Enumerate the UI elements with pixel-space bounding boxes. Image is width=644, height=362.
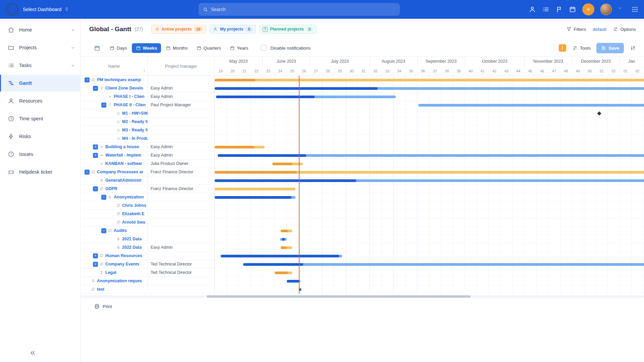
row-name[interactable]: Arnold Swa: [122, 220, 145, 225]
row-name-cell[interactable]: ∅test: [80, 285, 148, 294]
row-name[interactable]: 2022 Data: [122, 245, 142, 250]
filter-chip-blue[interactable]: My projects5: [210, 25, 256, 34]
gantt-bar[interactable]: [215, 79, 644, 81]
sidebar-item-home[interactable]: Home: [0, 21, 80, 38]
dashboard-selector[interactable]: Select Dashboard: [23, 6, 69, 13]
row-name[interactable]: Company Processes ar: [97, 170, 143, 174]
scrollbar-thumb[interactable]: [207, 295, 471, 298]
row-name[interactable]: Human Resources: [105, 253, 142, 258]
chevron-down-icon[interactable]: [618, 6, 625, 13]
row-name-cell[interactable]: +×Waterfall - Implem: [80, 151, 148, 160]
row-name-cell[interactable]: ◇M2 - Ready for Pilot: [80, 118, 148, 126]
row-name-cell[interactable]: 62021 Data: [80, 235, 148, 243]
row-name-cell[interactable]: −2Client Zone Develo: [80, 84, 148, 93]
expand-toggle[interactable]: +: [93, 153, 98, 158]
disable-notifications-toggle[interactable]: Disable notifications: [261, 45, 311, 51]
gantt-settings-icon[interactable]: [630, 45, 636, 51]
sidebar-item-issues[interactable]: Issues: [0, 146, 80, 163]
row-name[interactable]: GDPR: [105, 186, 117, 191]
row-name-cell[interactable]: 62022 Data: [80, 243, 148, 252]
row-name-cell[interactable]: ◇M4 - In Production: [80, 134, 148, 143]
row-name-cell[interactable]: 2Legal: [80, 268, 148, 277]
row-name-cell[interactable]: −∅PM techniques examp: [80, 76, 148, 84]
row-name[interactable]: M3 - Ready for Production: [122, 128, 148, 132]
sidebar-item-time-spent[interactable]: Time spent: [0, 110, 80, 127]
row-name-cell[interactable]: +×Building a house: [80, 143, 148, 151]
apps-grid-icon[interactable]: [631, 6, 639, 13]
collapse-toggle[interactable]: −: [85, 170, 90, 175]
filter-chip-orange[interactable]: Active projects26: [151, 25, 206, 34]
sort-icon[interactable]: [142, 69, 147, 74]
row-name-cell[interactable]: ×KANBAN - softwar: [80, 160, 148, 168]
flag-icon[interactable]: [555, 6, 563, 13]
row-name-cell[interactable]: ◇M3 - Ready for Production: [80, 126, 148, 134]
row-name[interactable]: Legal: [105, 270, 116, 275]
search-box[interactable]: [199, 3, 400, 16]
row-name-cell[interactable]: −5Anonymization: [80, 193, 148, 201]
row-name-cell[interactable]: −∅Audits: [80, 227, 148, 235]
gantt-bar[interactable]: [215, 188, 296, 190]
row-name[interactable]: Chris Johns: [122, 203, 146, 208]
filter-chip-teal[interactable]: ?Planned projects3: [259, 25, 316, 34]
scale-quarters[interactable]: Quarters: [193, 43, 225, 53]
app-logo-icon[interactable]: [5, 3, 18, 16]
row-name[interactable]: PM techniques examp: [97, 77, 141, 82]
row-name-cell[interactable]: ∅Elizabeth E: [80, 210, 148, 218]
expand-toggle[interactable]: +: [93, 262, 98, 267]
sidebar-item-resources[interactable]: Resources: [0, 93, 80, 109]
collapse-toggle[interactable]: −: [101, 195, 106, 200]
row-name[interactable]: Company Events: [105, 262, 139, 266]
milestone-diamond[interactable]: [597, 111, 601, 116]
row-name-cell[interactable]: +∅Human Resources: [80, 252, 148, 260]
row-name[interactable]: 2021 Data: [122, 237, 142, 241]
scale-years[interactable]: Years: [226, 43, 252, 53]
row-name-cell[interactable]: ∅Arnold Swa: [80, 218, 148, 227]
notifications-checkbox[interactable]: [261, 45, 267, 51]
create-new-button[interactable]: [582, 3, 594, 15]
row-name[interactable]: KANBAN - softwar: [105, 161, 142, 166]
row-name[interactable]: Client Zone Develo: [105, 86, 143, 90]
collapse-toggle[interactable]: −: [101, 103, 106, 108]
search-input[interactable]: [211, 7, 396, 12]
sidebar-collapse-icon[interactable]: [29, 349, 36, 358]
gantt-bar[interactable]: [243, 263, 644, 266]
scale-days[interactable]: Days: [106, 43, 131, 53]
gantt-bar[interactable]: [418, 104, 644, 107]
calendar-picker-icon[interactable]: [94, 45, 100, 51]
save-button[interactable]: Save: [596, 43, 624, 53]
row-name-cell[interactable]: ∅Chris Johns: [80, 201, 148, 210]
row-name[interactable]: General/Administr: [105, 178, 142, 183]
row-name-cell[interactable]: −7PHASE II - Clien: [80, 101, 148, 109]
sidebar-item-projects[interactable]: Projects: [0, 39, 80, 56]
row-name[interactable]: Building a house: [105, 144, 139, 149]
row-name-cell[interactable]: −∅Company Processes ar: [80, 168, 148, 176]
sidebar-item-tasks[interactable]: Tasks: [0, 57, 80, 74]
avatar[interactable]: [600, 4, 612, 15]
row-name[interactable]: PHASE II - Clien: [114, 103, 146, 107]
row-name-cell[interactable]: −∅GDPR: [80, 185, 148, 193]
expand-toggle[interactable]: +: [93, 144, 98, 149]
row-name[interactable]: M1 - HW+SW installed: [122, 111, 148, 116]
options-button[interactable]: Options: [613, 26, 636, 32]
default-view-link[interactable]: default: [593, 27, 606, 32]
scale-months[interactable]: Months: [162, 43, 192, 53]
row-name-cell[interactable]: ◇M1 - HW+SW installed: [80, 109, 148, 118]
collapse-toggle[interactable]: −: [93, 86, 98, 91]
row-name-cell[interactable]: 5Anonymization reques: [80, 277, 148, 285]
column-header-manager[interactable]: Project manager: [148, 57, 215, 75]
user-icon[interactable]: [529, 6, 536, 13]
expand-toggle[interactable]: +: [93, 253, 98, 258]
collapse-toggle[interactable]: −: [85, 77, 90, 82]
horizontal-scrollbar[interactable]: [80, 295, 644, 298]
collapse-toggle[interactable]: −: [101, 228, 106, 233]
print-button[interactable]: Print: [94, 303, 644, 309]
collapse-toggle[interactable]: −: [93, 186, 98, 191]
row-name[interactable]: M2 - Ready for Pilot: [122, 119, 148, 124]
tools-button[interactable]: Tools: [572, 45, 591, 51]
row-name[interactable]: Waterfall - Implem: [105, 153, 141, 158]
row-name[interactable]: Audits: [114, 228, 127, 233]
filters-button[interactable]: Filters: [566, 26, 586, 32]
row-name[interactable]: PHASE I - Clien: [114, 94, 145, 99]
row-name[interactable]: test: [97, 287, 104, 292]
row-name[interactable]: Anonymization reques: [97, 279, 142, 283]
